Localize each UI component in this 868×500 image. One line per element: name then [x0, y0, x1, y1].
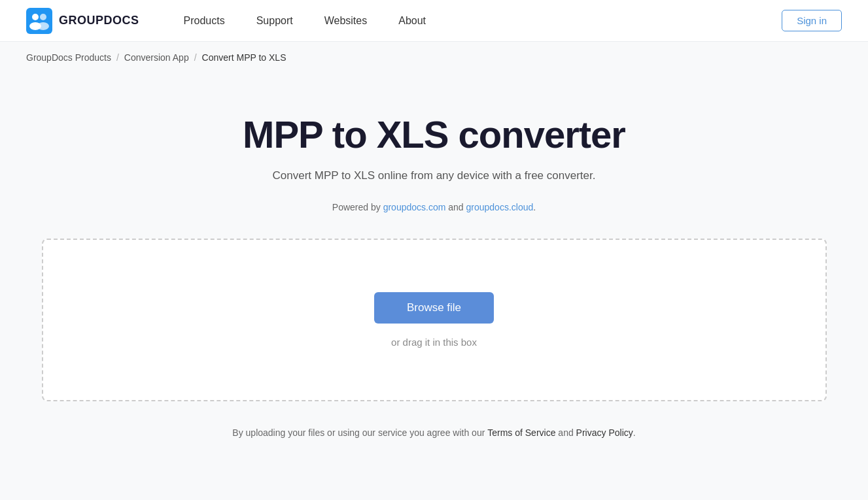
- breadcrumb-sep-1: /: [116, 52, 119, 63]
- powered-by-suffix: .: [533, 202, 536, 212]
- footer-note: By uploading your files or using our ser…: [232, 427, 635, 438]
- breadcrumb: GroupDocs Products / Conversion App / Co…: [0, 42, 868, 73]
- breadcrumb-item-2[interactable]: Conversion App: [124, 52, 189, 63]
- groupdocs-com-link[interactable]: groupdocs.com: [383, 202, 446, 212]
- header-right: Sign in: [782, 10, 842, 31]
- svg-point-2: [40, 14, 46, 20]
- svg-rect-0: [26, 8, 52, 34]
- nav-websites[interactable]: Websites: [324, 15, 368, 27]
- footer-note-prefix: By uploading your files or using our ser…: [232, 427, 487, 438]
- sign-in-button[interactable]: Sign in: [782, 10, 842, 31]
- logo-text: GROUPDOCS: [59, 14, 139, 27]
- terms-of-service-link[interactable]: Terms of Service: [487, 427, 555, 438]
- drag-text: or drag it in this box: [391, 337, 477, 348]
- breadcrumb-item-1[interactable]: GroupDocs Products: [26, 52, 111, 63]
- nav-products[interactable]: Products: [184, 15, 225, 27]
- powered-by: Powered by groupdocs.com and groupdocs.c…: [332, 202, 536, 212]
- privacy-policy-link[interactable]: Privacy Policy: [576, 427, 633, 438]
- breadcrumb-item-3: Convert MPP to XLS: [202, 52, 286, 63]
- main-content: MPP to XLS converter Convert MPP to XLS …: [0, 73, 868, 464]
- header-left: GROUPDOCS Products Support Websites Abou…: [26, 8, 426, 34]
- nav-about[interactable]: About: [398, 15, 426, 27]
- groupdocs-cloud-link[interactable]: groupdocs.cloud: [466, 202, 534, 212]
- svg-point-4: [37, 22, 49, 30]
- header: GROUPDOCS Products Support Websites Abou…: [0, 0, 868, 42]
- logo[interactable]: GROUPDOCS: [26, 8, 139, 34]
- nav-support[interactable]: Support: [256, 15, 293, 27]
- footer-note-suffix: .: [633, 427, 636, 438]
- upload-drop-zone[interactable]: Browse file or drag it in this box: [42, 239, 827, 401]
- powered-by-middle: and: [445, 202, 466, 212]
- browse-file-button[interactable]: Browse file: [374, 292, 494, 324]
- footer-note-middle: and: [555, 427, 576, 438]
- svg-point-1: [32, 14, 39, 20]
- breadcrumb-sep-2: /: [194, 52, 197, 63]
- page-subtitle: Convert MPP to XLS online from any devic…: [273, 169, 596, 182]
- logo-icon: [26, 8, 52, 34]
- page-title: MPP to XLS converter: [243, 112, 625, 156]
- powered-by-prefix: Powered by: [332, 202, 383, 212]
- main-nav: Products Support Websites About: [184, 15, 426, 27]
